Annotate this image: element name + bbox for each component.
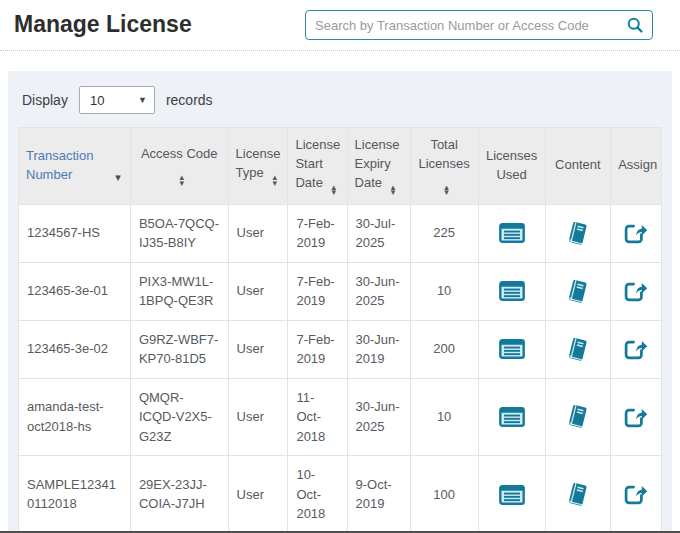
licenses-used-cell [478, 204, 545, 262]
assign-cell [611, 378, 662, 456]
sort-icon: ▴▾ [332, 185, 337, 196]
license-start-date-cell: 7-Feb-2019 [288, 262, 347, 320]
content-cell [545, 262, 611, 320]
license-type-value: User [237, 487, 264, 502]
assign-share-icon[interactable] [624, 222, 648, 244]
license-type-value: User [237, 225, 264, 240]
license-expiry-date-value: 9-Oct-2019 [356, 477, 392, 512]
license-type-cell: User [228, 262, 288, 320]
license-panel: Display 10 ▼ records Transaction Number … [8, 71, 672, 533]
transaction-number-value: 123465-3e-01 [27, 283, 108, 298]
assign-cell [611, 456, 662, 533]
license-start-date-cell: 10-Oct-2018 [288, 456, 347, 533]
search-button[interactable] [624, 16, 652, 34]
license-type-value: User [237, 409, 264, 424]
license-expiry-date-cell: 30-Jun-2025 [347, 378, 410, 456]
table-body: 1234567-HS B5OA-7QCQ-IJ35-B8IY User 7-Fe… [19, 204, 662, 533]
page-header: Manage License [0, 0, 680, 51]
records-select-wrap: 10 ▼ [79, 86, 155, 114]
transaction-number-value: amanda-test-oct2018-hs [27, 399, 104, 434]
assign-cell [611, 320, 662, 378]
total-licenses-cell: 10 [410, 262, 478, 320]
search-box [305, 10, 653, 40]
access-code-value: B5OA-7QCQ-IJ35-B8IY [139, 216, 219, 251]
assign-share-icon[interactable] [624, 280, 648, 302]
licenses-used-list-icon[interactable] [499, 339, 525, 359]
license-start-date-cell: 11-Oct-2018 [288, 378, 347, 456]
license-type-value: User [237, 283, 264, 298]
access-code-value: 29EX-23JJ-COIA-J7JH [139, 477, 207, 512]
content-book-icon[interactable] [566, 221, 589, 246]
content-book-icon[interactable] [566, 404, 589, 429]
table-row: SAMPLE123410112018 29EX-23JJ-COIA-J7JH U… [19, 456, 662, 533]
licenses-used-cell [478, 378, 545, 456]
search-icon [626, 16, 644, 34]
column-header-access-code[interactable]: Access Code ▴▾ [130, 128, 228, 205]
table-header-row: Transaction Number ▾ Access Code ▴▾ Lice… [19, 128, 662, 205]
access-code-cell: PIX3-MW1L-1BPQ-QE3R [130, 262, 228, 320]
license-start-date-value: 10-Oct-2018 [296, 467, 325, 521]
sort-icon: ▴▾ [179, 175, 184, 186]
license-table: Transaction Number ▾ Access Code ▴▾ Lice… [18, 127, 662, 533]
content-cell [545, 204, 611, 262]
records-label: records [166, 92, 213, 108]
access-code-cell: QMQR-ICQD-V2X5-G23Z [130, 378, 228, 456]
license-type-value: User [237, 341, 264, 356]
licenses-used-cell [478, 262, 545, 320]
table-row: 123465-3e-02 G9RZ-WBF7-KP70-81D5 User 7-… [19, 320, 662, 378]
license-type-cell: User [228, 320, 288, 378]
license-start-date-value: 7-Feb-2019 [296, 216, 334, 251]
content-book-icon[interactable] [566, 337, 589, 362]
licenses-used-list-icon[interactable] [499, 407, 525, 427]
column-header-assign: Assign [611, 128, 662, 205]
license-start-date-value: 7-Feb-2019 [296, 274, 334, 309]
records-per-page-select[interactable]: 10 [79, 86, 155, 114]
license-expiry-date-value: 30-Jul-2025 [356, 216, 396, 251]
content-book-icon[interactable] [566, 279, 589, 304]
assign-share-icon[interactable] [624, 338, 648, 360]
transaction-number-cell: 123465-3e-02 [19, 320, 131, 378]
sort-icon: ▴▾ [444, 185, 449, 196]
sort-icon: ▴▾ [391, 185, 396, 196]
assign-cell [611, 204, 662, 262]
total-licenses-value: 225 [433, 225, 455, 240]
license-start-date-cell: 7-Feb-2019 [288, 204, 347, 262]
assign-share-icon[interactable] [624, 483, 648, 505]
column-header-license-start-date[interactable]: License Start Date ▴▾ [288, 128, 347, 205]
content-cell [545, 378, 611, 456]
display-records-control: Display 10 ▼ records [18, 81, 662, 127]
column-header-license-type[interactable]: License Type ▴▾ [228, 128, 288, 205]
content-cell [545, 320, 611, 378]
column-header-transaction-number[interactable]: Transaction Number ▾ [19, 128, 131, 205]
license-expiry-date-cell: 30-Jul-2025 [347, 204, 410, 262]
transaction-number-value: 1234567-HS [27, 225, 100, 240]
column-header-license-expiry-date[interactable]: License Expiry Date ▴▾ [347, 128, 410, 205]
total-licenses-value: 10 [437, 409, 451, 424]
assign-share-icon[interactable] [624, 406, 648, 428]
license-start-date-value: 7-Feb-2019 [296, 332, 334, 367]
licenses-used-cell [478, 320, 545, 378]
license-expiry-date-cell: 30-Jun-2019 [347, 320, 410, 378]
access-code-cell: B5OA-7QCQ-IJ35-B8IY [130, 204, 228, 262]
licenses-used-cell [478, 456, 545, 533]
license-expiry-date-value: 30-Jun-2025 [356, 399, 400, 434]
license-expiry-date-value: 30-Jun-2019 [356, 332, 400, 367]
total-licenses-cell: 10 [410, 378, 478, 456]
licenses-used-list-icon[interactable] [499, 485, 525, 505]
table-row: 1234567-HS B5OA-7QCQ-IJ35-B8IY User 7-Fe… [19, 204, 662, 262]
column-header-total-licenses[interactable]: Total Licenses ▴▾ [410, 128, 478, 205]
content-book-icon[interactable] [566, 482, 589, 507]
transaction-number-cell: 123465-3e-01 [19, 262, 131, 320]
licenses-used-list-icon[interactable] [499, 223, 525, 243]
license-type-cell: User [228, 204, 288, 262]
manage-license-page: Manage License Display 10 ▼ [0, 0, 680, 533]
license-start-date-value: 11-Oct-2018 [296, 390, 325, 444]
total-licenses-cell: 100 [410, 456, 478, 533]
license-start-date-cell: 7-Feb-2019 [288, 320, 347, 378]
access-code-value: PIX3-MW1L-1BPQ-QE3R [139, 274, 213, 309]
transaction-number-cell: amanda-test-oct2018-hs [19, 378, 131, 456]
license-type-cell: User [228, 456, 288, 533]
license-expiry-date-cell: 30-Jun-2025 [347, 262, 410, 320]
search-input[interactable] [306, 18, 624, 33]
licenses-used-list-icon[interactable] [499, 281, 525, 301]
